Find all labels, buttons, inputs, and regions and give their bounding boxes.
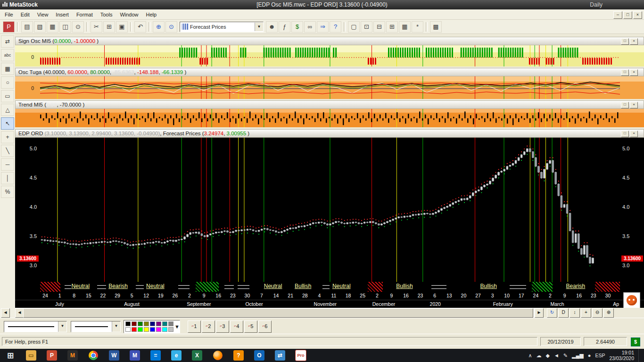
menu-edit[interactable]: Edit [17, 10, 33, 19]
color-swatch[interactable] [156, 321, 161, 326]
indicator-quicklist-combo[interactable]: Forecast Prices▼ [180, 22, 264, 32]
close-icon[interactable]: × [630, 102, 638, 108]
restore-icon[interactable]: □ [621, 102, 629, 108]
rectangle-icon[interactable]: ▭ [1, 90, 14, 102]
panel-header-trend[interactable]: Trend MI5 (0.00, -70.0000 )□× [15, 100, 644, 109]
line-weight-combo[interactable]: ▼ [71, 321, 121, 332]
panel-header-price[interactable]: EDP ORD (3.10000, 3.13900, 2.99400, 3.13… [15, 129, 644, 138]
menu-file[interactable]: File [1, 10, 17, 19]
expand-vertical-icon[interactable]: ↕ [570, 308, 580, 318]
volume-icon[interactable]: ◄ [554, 353, 559, 359]
grid-icon[interactable]: ▦ [1, 63, 14, 75]
indicator-builder-icon[interactable]: ƒ [279, 21, 290, 33]
open-chart-icon[interactable]: ▧ [34, 21, 46, 33]
panel-sign-osc[interactable]: 0 [15, 45, 644, 66]
color-swatch[interactable] [150, 321, 155, 326]
period-button-4[interactable]: ⌐4 [230, 321, 243, 333]
new-chart-icon[interactable]: ▤ [21, 21, 33, 33]
color-swatch[interactable] [125, 327, 131, 332]
color-swatch[interactable] [144, 327, 149, 332]
panel-price-chart[interactable]: 5.05.04.54.54.04.03.53.53.03.03.136003.1… [15, 138, 644, 282]
color-swatch[interactable] [162, 321, 167, 326]
ellipse-icon[interactable]: ○ [1, 76, 14, 89]
crosshair-icon[interactable]: ⊕ [153, 21, 165, 33]
color-palette[interactable]: ▼ [124, 320, 180, 333]
chevron-down-icon[interactable]: ▼ [174, 321, 180, 332]
explorer-icon[interactable]: ∞ [304, 21, 316, 33]
color-swatch[interactable] [125, 321, 131, 326]
restore-icon[interactable]: □ [621, 69, 629, 76]
smart-charts-icon[interactable]: ◫ [59, 21, 71, 33]
percent-retracement-icon[interactable]: % [1, 186, 14, 198]
tile-grid-icon[interactable]: ▦ [399, 21, 411, 33]
triangle-icon[interactable]: △ [1, 104, 14, 116]
taskbar-calculator-icon[interactable]: = [145, 349, 166, 362]
copy-icon[interactable]: ⊞ [103, 21, 115, 33]
taskbar-pro-icon[interactable]: Pro [290, 349, 311, 362]
sidebar-scroll-button[interactable]: ◄ [1, 308, 10, 318]
horizontal-line-icon[interactable]: ─ [1, 158, 14, 171]
pan-chart-icon[interactable]: + [581, 308, 591, 318]
cut-icon[interactable]: ✂ [91, 21, 102, 33]
start-button[interactable]: ⊞ [0, 349, 21, 362]
menu-tools[interactable]: Tools [97, 10, 116, 19]
restore-icon[interactable]: □ [621, 38, 629, 45]
taskbar-blue-app-icon[interactable]: M [124, 349, 145, 362]
menu-view[interactable]: View [33, 10, 52, 19]
window-new-icon[interactable]: ▢ [348, 21, 360, 33]
undo-icon[interactable]: ↶ [134, 21, 146, 33]
layouts-icon[interactable]: * [412, 21, 423, 33]
tile-vertical-icon[interactable]: ⊞ [386, 21, 398, 33]
system-tester-icon[interactable]: $ [291, 21, 303, 33]
menu-format[interactable]: Format [73, 10, 97, 19]
pointer-icon[interactable]: ↖ [1, 117, 14, 130]
panel-header-osc-tuga[interactable]: Osc Tuga (40.0000, 60.0000, 80.0000, -85… [15, 68, 644, 76]
downloader-icon[interactable]: ⇒ [317, 21, 329, 33]
taskbar-powerpoint-icon[interactable]: P [41, 349, 62, 362]
restore-icon[interactable]: □ [621, 131, 629, 137]
print-preview-icon[interactable]: ⊙ [72, 21, 84, 33]
chevron-down-icon[interactable]: ▼ [112, 321, 120, 332]
color-swatch[interactable] [138, 321, 143, 326]
period-button-1[interactable]: ⌐1 [188, 321, 201, 333]
status-circle-icon[interactable] [623, 292, 640, 308]
taskbar-excel-icon[interactable]: X [187, 349, 207, 362]
crosshair-tool-icon[interactable]: + [1, 131, 14, 143]
show-desktop-button[interactable] [638, 349, 641, 362]
save-icon[interactable]: ▦ [47, 21, 58, 33]
taskbar-chrome-icon[interactable] [83, 349, 104, 362]
taskbar-word-icon[interactable]: W [104, 349, 124, 362]
menu-insert[interactable]: Insert [52, 10, 73, 19]
close-icon[interactable]: × [630, 69, 638, 76]
chevron-down-icon[interactable]: ▼ [58, 321, 66, 332]
color-swatch[interactable] [132, 321, 137, 326]
panner-icon[interactable]: ⇄ [1, 35, 14, 48]
color-swatch[interactable] [138, 327, 143, 332]
panel-osc-tuga[interactable]: 0 [15, 76, 644, 99]
color-swatch[interactable] [168, 321, 173, 326]
zoom-in-icon[interactable]: ⊕ [603, 308, 614, 318]
period-button-6[interactable]: ⌐6 [258, 321, 272, 333]
taskbar-screenshare-icon[interactable]: ⇄ [270, 349, 290, 362]
expert-advisor-icon[interactable]: ☻ [266, 21, 278, 33]
taskbar-explorer-icon[interactable]: ▭ [21, 349, 41, 362]
color-swatch[interactable] [156, 327, 161, 332]
zoom-icon[interactable]: ⊙ [165, 21, 177, 33]
chevron-down-icon[interactable]: ▼ [255, 23, 263, 31]
vertical-line-icon[interactable]: │ [1, 172, 14, 184]
tray-expand-icon[interactable]: ∧ [528, 353, 532, 359]
taskbar-metastock-icon[interactable]: M [62, 349, 83, 362]
taskbar-outlook-icon[interactable]: O [249, 349, 270, 362]
power-console-icon[interactable]: P [3, 21, 15, 33]
period-button-3[interactable]: ⌐3 [216, 321, 229, 333]
color-swatch[interactable] [162, 327, 167, 332]
defender-icon[interactable]: ◆ [545, 353, 549, 359]
panel-header-sign-osc[interactable]: Sign Osc MI5 (0.0000, -1.00000 )□× [15, 37, 644, 45]
scrollbar-thumb[interactable] [23, 308, 533, 318]
close-button[interactable]: × [633, 11, 642, 19]
window-cascade-icon[interactable]: ⊡ [361, 21, 372, 33]
onedrive-icon[interactable]: ☁ [536, 353, 541, 359]
signal-icon[interactable]: ▂▄▆ [572, 353, 584, 359]
taskbar-firefox-icon[interactable] [207, 349, 228, 362]
language-indicator[interactable]: ESP [595, 353, 605, 358]
